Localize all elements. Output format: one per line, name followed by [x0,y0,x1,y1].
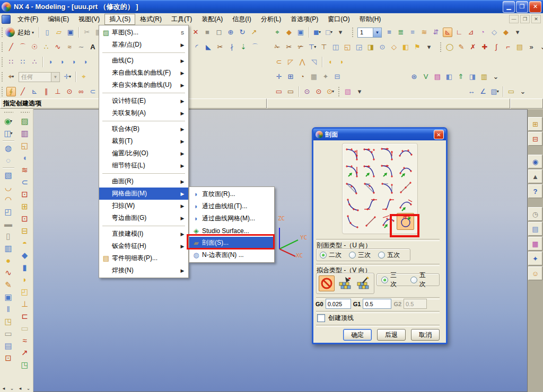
chevron-down-icon[interactable]: ▼ [51,73,59,82]
snap-filter-combo[interactable]: 任何▼ [19,72,60,82]
reflection-up-icon[interactable]: ⇑ [456,72,466,82]
green-shell-icon[interactable]: ◳ [19,359,31,370]
dome-feature-icon[interactable]: ◓ [19,237,31,248]
circle-icon[interactable]: ☉ [30,42,39,52]
role-palette-icon[interactable]: ◔ [478,28,487,37]
raise-surface-icon[interactable]: ⋀ [297,57,307,67]
save-part-icon[interactable]: ▣ [66,28,75,37]
menubar-item-12[interactable]: 帮助(H) [355,14,386,25]
studio-sheet-icon[interactable]: ▧ [343,87,353,96]
hole-feature-icon[interactable]: ⊡ [3,352,14,363]
layer-visible-in-view-icon[interactable]: ≣ [396,28,406,37]
section-type-cell-chd1[interactable] [344,179,362,196]
toolbar-grip[interactable] [1,27,4,38]
curve-set-icon[interactable]: ≋ [19,164,31,175]
pocket-feature-icon[interactable]: ◱ [19,140,31,151]
extend-sheet-2-icon[interactable]: ⊤ [319,42,329,52]
section-type-cell-chd2[interactable] [362,179,379,196]
toolbar-scroll-controls[interactable]: ◂⌄ [0,386,16,391]
start-menu-button[interactable]: 起始▾ [15,27,37,38]
menu-item-4[interactable]: ◈Studio Surface... [189,225,274,237]
datum-plane-icon[interactable]: ▥ [19,128,31,139]
boss-block-icon[interactable]: ⊞ [19,201,31,212]
close-button[interactable]: ✕ [529,1,541,13]
section-type-cell-linept[interactable] [397,179,414,196]
sheet-half-icon[interactable]: ◧ [401,42,410,52]
swoosh-sheet-icon[interactable]: ◗ [19,274,31,285]
g2-input[interactable] [404,299,427,309]
profile-icon[interactable]: ∮ [6,87,16,96]
export-view-icon[interactable]: ↗ [249,28,259,37]
cross-marker-icon[interactable]: ✚ [480,42,489,52]
swap-view-a-icon[interactable]: ◇ [489,28,499,37]
roles-button[interactable]: ☺ [528,266,542,280]
sphere-feature-icon[interactable]: ● [3,255,14,266]
line-icon[interactable]: ╱ [6,42,16,52]
section-type-cell-fil3a[interactable] [379,162,397,179]
chamfer-cube-icon[interactable]: ◆ [19,250,31,261]
toolbar-grip[interactable] [1,57,4,67]
no-fit-button[interactable] [319,275,335,291]
cylinder-feature-icon[interactable]: ▯ [3,230,14,242]
create-apex-checkbox[interactable] [317,314,325,322]
menu-item-24[interactable]: 焊接(N)▶ [99,264,188,277]
unfold-icon[interactable]: ◫ [331,42,340,52]
arrow-tool-icon[interactable]: ↗ [19,347,31,358]
center-box-icon[interactable]: ⊞ [286,72,295,82]
scroll-down-icon[interactable]: ⌄ [27,386,31,391]
menu-item-2[interactable]: 基准/点(D)▶ [99,39,188,51]
menu-item-13[interactable]: 偏置/比例(O)▶ [99,147,188,159]
expand-toolbar-icon[interactable]: » [527,42,536,52]
menu-item-4[interactable]: 曲线(C)▶ [99,55,188,67]
revolve-surface-icon[interactable]: ⊂ [274,57,284,67]
toolbar-scroll-controls[interactable]: ◂⌄ [16,386,33,391]
tube-body-icon[interactable]: ⊂ [19,176,31,188]
section-type-option-1[interactable]: 二次 [320,251,341,260]
history-button[interactable]: ◷ [528,207,542,221]
wireframe-view-icon[interactable]: ◻▾ [324,28,334,37]
wcs-orient-icon[interactable]: ⊿ [466,28,476,37]
block-feature-icon[interactable]: ▧ [3,170,14,181]
sheet-fold-icon[interactable]: ◲ [354,42,364,52]
more-options-icon[interactable]: ▾ [424,42,434,52]
section-type-cell-arc2a[interactable] [397,196,414,213]
ok-button[interactable]: 确定 [343,329,372,341]
slab-feature-icon[interactable]: ▭ [3,328,14,339]
section-type-cell-circle[interactable] [397,213,414,230]
menubar-item-7[interactable]: 装配(A) [197,14,227,25]
section-sheet-icon[interactable]: ◹ [309,57,319,67]
refresh-icon[interactable]: ↻ [238,28,247,37]
minimize-button[interactable]: ▁ [503,1,515,13]
cylinder-face-icon[interactable]: ⊂ [88,87,98,96]
offset-shell-2-icon[interactable]: ◗ [337,57,347,67]
chevron-down-icon[interactable]: ▼ [373,28,381,37]
wcs-rotate-icon[interactable]: ∟ [454,28,464,37]
expand-down-icon[interactable]: ⌄ [518,87,528,96]
section-type-cell-fil1[interactable] [344,145,362,162]
assembly-navigator-button[interactable]: ⊞ [528,117,542,131]
hole-block-icon[interactable]: ⊡ [19,189,31,200]
toolbar-grip[interactable] [1,42,4,52]
menubar-item-3[interactable]: 视图(V) [74,14,104,25]
menubar-item-2[interactable]: 编辑(E) [43,14,74,25]
scroll-left-icon[interactable]: ◂ [19,386,22,391]
project-curve-icon[interactable]: ⇣ [239,42,248,52]
sheet-check-icon[interactable]: ▥ [479,72,489,82]
orient-view-icon[interactable]: ⌖ [273,28,282,37]
fit-type-option-2[interactable]: 五次 [410,271,432,289]
analysis-tool-icon[interactable]: ⊛ [409,72,419,82]
face-pair-icon[interactable]: ◨ [468,72,477,82]
grid-box-icon[interactable]: ▦ [309,72,319,82]
clamp-feature-icon[interactable]: ⊏ [19,310,31,322]
section-type-cell-steep[interactable] [344,196,362,213]
menu-item-5[interactable]: 来自曲线集的曲线(F)▶ [99,67,188,79]
zoom-icon[interactable]: ⊕ [226,28,235,37]
menu-item-12[interactable]: 裁剪(T)▶ [99,135,188,147]
render-style-icon[interactable]: ▾ [336,28,345,37]
mdi-minimize-button[interactable]: — [509,15,519,23]
quick-extend-icon[interactable]: ▭ [286,87,295,96]
menu-item-11[interactable]: 联合体(B)▶ [99,123,188,135]
cut-icon[interactable]: ✂ [82,28,92,37]
points-surface-2-icon[interactable]: ∷ [18,57,28,67]
extend-sheet-icon[interactable]: ⊤▾ [308,42,317,52]
